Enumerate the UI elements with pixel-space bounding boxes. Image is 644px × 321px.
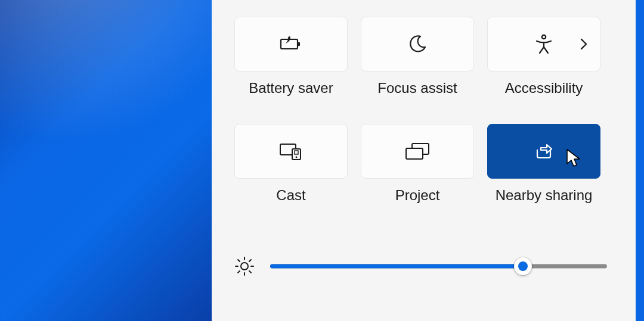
accessibility-icon — [534, 34, 553, 54]
svg-line-3 — [540, 47, 544, 53]
battery-saver-label: Battery saver — [249, 80, 333, 96]
accessibility-tile[interactable] — [487, 17, 600, 71]
project-icon — [404, 142, 431, 161]
tile-group-project: Project — [361, 124, 474, 204]
nearby-sharing-tile[interactable] — [487, 124, 600, 179]
tile-group-cast: Cast — [234, 124, 348, 204]
svg-point-7 — [296, 157, 298, 158]
quick-settings-panel: Battery saver Focus assist — [212, 0, 644, 321]
nearby-sharing-label: Nearby sharing — [496, 187, 593, 204]
cast-icon — [278, 142, 304, 161]
slider-track-fill — [270, 264, 523, 269]
moon-icon — [407, 34, 428, 54]
brightness-icon — [234, 256, 255, 276]
svg-line-17 — [249, 271, 251, 273]
svg-point-11 — [241, 263, 248, 270]
svg-line-18 — [249, 260, 251, 261]
svg-line-19 — [238, 271, 240, 273]
tile-group-battery-saver: Battery saver — [234, 17, 348, 96]
battery-saver-tile[interactable] — [234, 17, 348, 71]
focus-assist-label: Focus assist — [377, 80, 457, 96]
quick-settings-grid: Battery saver Focus assist — [234, 17, 615, 204]
brightness-slider[interactable] — [270, 257, 607, 275]
focus-assist-tile[interactable] — [361, 17, 474, 71]
svg-rect-0 — [298, 42, 300, 46]
share-icon — [534, 142, 554, 161]
tile-group-focus-assist: Focus assist — [361, 17, 474, 96]
project-tile[interactable] — [361, 124, 474, 179]
brightness-slider-row — [234, 256, 607, 276]
tile-group-accessibility: Accessibility — [487, 17, 600, 96]
svg-line-4 — [544, 47, 548, 53]
cast-label: Cast — [276, 187, 305, 204]
chevron-right-icon[interactable] — [580, 38, 588, 51]
cast-tile[interactable] — [234, 124, 348, 179]
svg-point-1 — [542, 35, 546, 39]
desktop-wallpaper — [0, 0, 212, 321]
project-label: Project — [395, 187, 440, 204]
mouse-cursor-icon — [565, 148, 582, 165]
svg-line-16 — [238, 260, 240, 261]
svg-rect-10 — [406, 148, 423, 159]
tile-group-nearby-sharing: Nearby sharing — [487, 124, 600, 204]
slider-thumb[interactable] — [514, 257, 532, 275]
battery-saver-icon — [278, 35, 304, 53]
accessibility-label: Accessibility — [505, 80, 583, 96]
